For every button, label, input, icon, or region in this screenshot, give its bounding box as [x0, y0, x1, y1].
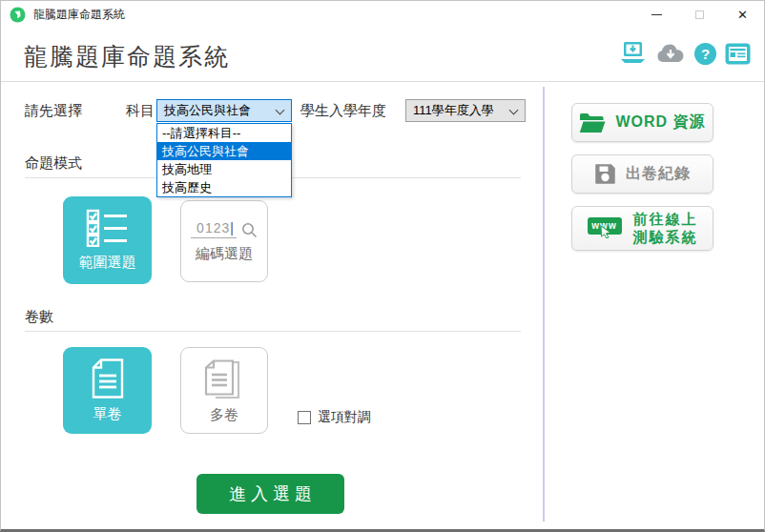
subject-select[interactable]: 技高公民與社會	[156, 99, 292, 122]
help-icon[interactable]: ?	[694, 43, 716, 65]
mode-section-title: 命題模式	[25, 154, 82, 173]
maximize-icon	[695, 10, 704, 19]
app-header: 龍騰題庫命題系統 ?	[1, 28, 764, 82]
code-input[interactable]: 0123|	[191, 220, 237, 238]
range-select-button[interactable]: 範圍選題	[63, 196, 152, 284]
exam-record-label: 出卷紀錄	[626, 164, 691, 184]
subject-option[interactable]: 技高地理	[157, 160, 291, 178]
www-icon: www	[588, 217, 624, 240]
subject-option[interactable]: 技高歷史	[157, 178, 291, 196]
app-window: 龍騰題庫命題系統 ✕ 龍騰題庫命題系統	[0, 0, 765, 532]
laptop-download-icon[interactable]	[619, 41, 647, 66]
save-icon	[594, 163, 616, 185]
prompt-label: 請先選擇	[25, 102, 82, 120]
title-bar: 龍騰題庫命題系統 ✕	[1, 1, 764, 28]
minimize-button[interactable]	[635, 1, 678, 28]
app-logo-icon	[10, 7, 26, 23]
multi-paper-label: 多卷	[210, 406, 238, 424]
exam-record-button[interactable]: 出卷紀錄	[571, 154, 713, 194]
document-icon	[91, 358, 125, 399]
year-select-value: 111學年度入學	[413, 102, 494, 119]
volume-section-title: 卷數	[25, 308, 53, 326]
cursor-icon	[599, 225, 612, 238]
subject-option[interactable]: 技高公民與社會	[157, 142, 291, 160]
online-test-label-line2: 測驗系統	[633, 229, 698, 245]
close-button[interactable]: ✕	[721, 1, 764, 28]
divider	[25, 331, 521, 332]
word-resource-button[interactable]: WORD 資源	[571, 103, 713, 142]
chevron-down-icon	[276, 106, 285, 115]
single-paper-label: 單卷	[93, 405, 122, 423]
swap-options-label: 選項對調	[318, 409, 371, 426]
minimize-icon	[651, 14, 662, 15]
search-icon	[241, 222, 258, 238]
checklist-icon	[86, 209, 130, 247]
vertical-divider	[543, 87, 545, 522]
year-select[interactable]: 111學年度入學	[405, 99, 526, 122]
word-resource-label: WORD 資源	[615, 113, 705, 133]
cloud-download-icon[interactable]	[655, 42, 686, 65]
documents-stack-icon	[204, 358, 244, 399]
code-select-label: 編碼選題	[196, 245, 253, 263]
close-icon: ✕	[737, 9, 748, 21]
online-test-label-line1: 前往線上	[633, 211, 698, 227]
enter-selection-button[interactable]: 進入選題	[196, 474, 344, 514]
chevron-down-icon	[509, 106, 519, 115]
multi-paper-button[interactable]: 多卷	[180, 347, 268, 434]
page-title: 龍騰題庫命題系統	[24, 41, 230, 72]
folder-icon	[579, 113, 606, 133]
subject-dropdown-list: --請選擇科目--技高公民與社會技高地理技高歷史	[156, 123, 292, 197]
swap-options-checkbox[interactable]	[298, 411, 311, 424]
range-select-label: 範圍選題	[79, 254, 136, 272]
subject-label: 科目	[126, 102, 155, 120]
online-test-button[interactable]: www 前往線上 測驗系統	[571, 206, 713, 251]
year-label: 學生入學年度	[300, 102, 386, 120]
subject-option[interactable]: --請選擇科目--	[157, 124, 291, 142]
window-title: 龍騰題庫命題系統	[33, 7, 125, 23]
record-list-icon[interactable]	[725, 43, 751, 65]
single-paper-button[interactable]: 單卷	[63, 347, 152, 434]
maximize-button[interactable]	[678, 1, 721, 28]
code-select-button[interactable]: 0123| 編碼選題	[180, 200, 268, 282]
subject-select-value: 技高公民與社會	[164, 102, 251, 119]
